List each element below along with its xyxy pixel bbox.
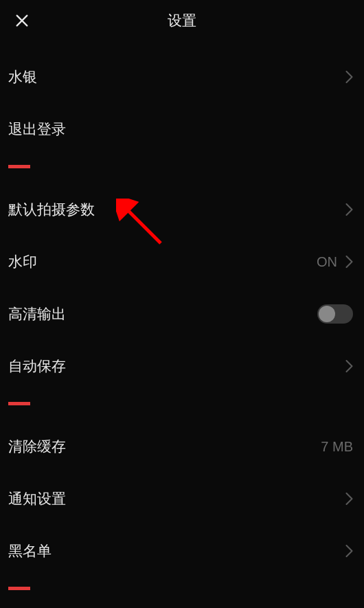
chevron-right-icon (345, 256, 353, 268)
page-title: 设置 (168, 11, 196, 30)
chevron-right-icon (345, 71, 353, 83)
row-label: 高清输出 (8, 304, 66, 324)
section-divider (8, 165, 30, 168)
chevron-right-icon (345, 203, 353, 216)
row-label: 通知设置 (8, 489, 66, 508)
toggle-knob (319, 306, 335, 322)
row-logout[interactable]: 退出登录 (0, 103, 364, 155)
row-value: ON (317, 254, 337, 270)
row-autosave[interactable]: 自动保存 (0, 340, 364, 392)
header: 设置 (0, 0, 364, 41)
row-blacklist[interactable]: 黑名单 (0, 525, 364, 577)
row-label: 退出登录 (8, 120, 66, 139)
row-label: 水印 (8, 252, 37, 271)
toggle-hd-output[interactable] (317, 304, 353, 324)
row-watermark[interactable]: 水印 ON (0, 236, 364, 288)
row-label: 自动保存 (8, 357, 66, 376)
close-button[interactable] (12, 11, 32, 30)
row-label: 水银 (8, 67, 37, 87)
chevron-right-icon (345, 360, 353, 372)
row-account[interactable]: 水银 (0, 51, 364, 103)
row-hd-output[interactable]: 高清输出 (0, 288, 364, 340)
chevron-right-icon (345, 545, 353, 557)
row-clear-cache[interactable]: 清除缓存 7 MB (0, 420, 364, 473)
section-divider (8, 402, 30, 405)
chevron-right-icon (345, 493, 353, 505)
section-divider (8, 587, 30, 590)
settings-list: 水银 退出登录 默认拍摄参数 水印 ON 高清输出 (0, 41, 364, 590)
row-label: 清除缓存 (8, 437, 66, 456)
row-value: 7 MB (321, 439, 353, 455)
row-label: 黑名单 (8, 541, 52, 561)
close-icon (14, 13, 30, 28)
row-notifications[interactable]: 通知设置 (0, 473, 364, 525)
row-shoot-params[interactable]: 默认拍摄参数 (0, 183, 364, 236)
row-label: 默认拍摄参数 (8, 200, 95, 219)
